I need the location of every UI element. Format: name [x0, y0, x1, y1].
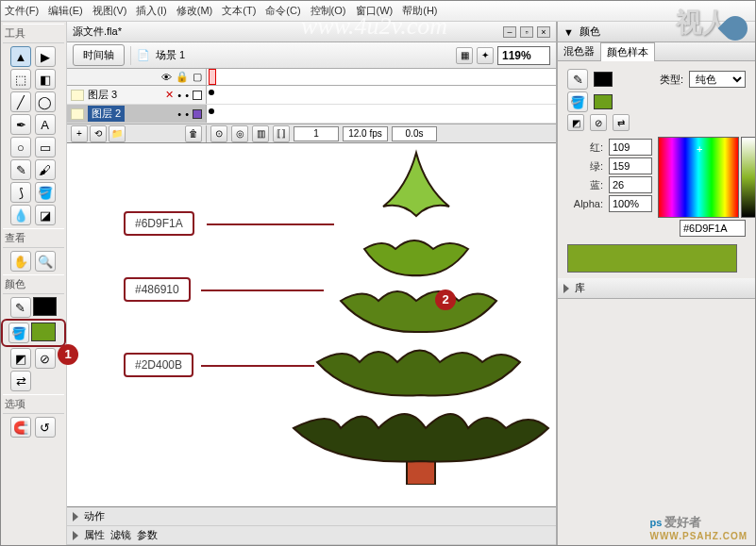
stroke-swatch[interactable]	[33, 297, 57, 316]
fill-type-select[interactable]: 纯色	[689, 71, 746, 88]
no-color-tool[interactable]: ⊘	[35, 348, 56, 369]
menu-text[interactable]: 文本(T)	[222, 4, 256, 18]
smooth-tool[interactable]: ↺	[35, 417, 56, 438]
lock-icon[interactable]: 🔒	[176, 71, 189, 83]
nocolor-icon[interactable]: ⊘	[590, 114, 607, 131]
frame-ruler[interactable]	[207, 69, 556, 85]
scene-label[interactable]: 场景 1	[156, 48, 185, 62]
onion-markers-icon[interactable]: ⟦⟧	[273, 125, 290, 142]
restore-button[interactable]: ▫	[520, 26, 533, 38]
eraser-tool[interactable]: ◪	[35, 205, 56, 225]
color-field[interactable]: +	[658, 137, 739, 218]
bw-swap-tool[interactable]: ◩	[10, 348, 31, 369]
document-tab-bar: 源文件.fla* – ▫ ×	[67, 22, 556, 42]
alpha-input[interactable]	[609, 195, 652, 212]
onion-icon[interactable]: ⊙	[210, 125, 227, 142]
onion-outline-icon[interactable]: ◎	[231, 125, 248, 142]
pencil-tool[interactable]: ✎	[10, 159, 31, 180]
subselect-tool[interactable]: ▶	[35, 46, 56, 67]
filters-tab[interactable]: 滤镜	[110, 528, 131, 542]
oval-tool[interactable]: ○	[10, 137, 31, 157]
menu-control[interactable]: 控制(O)	[311, 4, 346, 18]
layer-3-frames[interactable]	[207, 86, 556, 104]
library-panel-title[interactable]: 库	[558, 278, 755, 299]
footer-watermark: ps 爱好者 WWW.PSAHZ.COM	[649, 509, 748, 541]
new-folder-button[interactable]: 📁	[109, 125, 126, 142]
menu-file[interactable]: 文件(F)	[5, 4, 39, 18]
mixer-tab[interactable]: 混色器	[563, 44, 595, 58]
swatches-tab[interactable]: 颜色样本	[600, 42, 655, 61]
text-tool[interactable]: A	[35, 114, 56, 135]
swap-colors-tool[interactable]: ⇄	[10, 371, 31, 391]
fill-mini-swatch[interactable]	[594, 94, 613, 109]
pen-tool[interactable]: ✒	[10, 114, 31, 135]
params-tab[interactable]: 参数	[137, 528, 158, 542]
preview-swatch	[567, 244, 737, 273]
layer-name[interactable]: 图层 3	[88, 88, 117, 102]
menu-commands[interactable]: 命令(C)	[265, 4, 300, 18]
eyedropper-tool[interactable]: 💧	[10, 205, 31, 225]
layer-row-3[interactable]: 图层 3 ✕ ••	[67, 86, 207, 104]
delete-layer-button[interactable]: 🗑	[185, 125, 202, 142]
stroke-mini-swatch[interactable]	[594, 72, 613, 87]
blue-input[interactable]	[609, 176, 652, 193]
fps-display: 12.0 fps	[343, 126, 388, 141]
elapsed-display: 0.0s	[392, 126, 437, 141]
timeline-toggle-button[interactable]: 时间轴	[73, 44, 125, 66]
outline-icon[interactable]: ▢	[193, 71, 202, 83]
free-transform-tool[interactable]: ⬚	[10, 69, 31, 90]
zoom-input[interactable]	[497, 46, 550, 65]
menu-window[interactable]: 窗口(W)	[356, 4, 394, 18]
ink-tool[interactable]: ⟆	[10, 182, 31, 203]
bw-icon[interactable]: ◩	[567, 114, 584, 131]
layer-name[interactable]: 图层 2	[88, 106, 125, 122]
lasso-tool[interactable]: ◯	[35, 91, 56, 112]
actions-panel-bar[interactable]: 动作	[67, 507, 556, 526]
menu-insert[interactable]: 插入(I)	[136, 4, 166, 18]
tree-artwork[interactable]	[275, 145, 556, 485]
fill-picker-icon[interactable]: 🪣	[8, 323, 29, 343]
layer-row-2[interactable]: 图层 2 ••	[67, 105, 207, 123]
menu-view[interactable]: 视图(V)	[92, 4, 127, 18]
line-tool[interactable]: ╱	[10, 91, 31, 112]
fill-mini-icon[interactable]: 🪣	[567, 91, 588, 112]
menu-help[interactable]: 帮助(H)	[402, 4, 437, 18]
brightness-slider[interactable]	[741, 137, 756, 218]
menu-modify[interactable]: 修改(M)	[176, 4, 213, 18]
gradient-tool[interactable]: ◧	[35, 69, 56, 90]
bucket-tool[interactable]: 🪣	[35, 182, 56, 203]
properties-panel-bar[interactable]: 属性 滤镜 参数	[67, 526, 556, 545]
properties-tab[interactable]: 属性	[84, 528, 105, 542]
stage[interactable]: #6D9F1A #486910 #2D400B 2	[67, 143, 556, 506]
eye-icon[interactable]: 👁	[161, 72, 172, 83]
close-button[interactable]: ×	[537, 26, 550, 38]
playhead[interactable]	[209, 69, 216, 85]
layer-2-frames[interactable]	[207, 105, 556, 123]
document-tab[interactable]: 源文件.fla*	[73, 25, 122, 39]
fill-swatch[interactable]	[31, 323, 56, 341]
workspace-icon[interactable]: ▦	[456, 47, 473, 64]
multi-frame-icon[interactable]: ▥	[252, 125, 269, 142]
green-input[interactable]	[609, 157, 652, 174]
zoom-tool[interactable]: 🔍	[35, 251, 56, 272]
hand-tool[interactable]: ✋	[10, 251, 31, 272]
minimize-button[interactable]: –	[503, 26, 516, 38]
symbol-icon[interactable]: ✦	[477, 47, 494, 64]
new-motion-button[interactable]: ⟲	[90, 125, 107, 142]
menu-edit[interactable]: 编辑(E)	[48, 4, 83, 18]
new-layer-button[interactable]: +	[71, 125, 88, 142]
timeline-panel: 👁 🔒 ▢ 图层 3 ✕ ••	[67, 69, 556, 143]
red-input[interactable]	[609, 139, 652, 156]
rect-tool[interactable]: ▭	[35, 137, 56, 157]
snap-tool[interactable]: 🧲	[10, 417, 31, 438]
brush-tool[interactable]: 🖌	[35, 159, 56, 180]
stroke-picker-icon[interactable]: ✎	[10, 297, 31, 318]
hex-input[interactable]	[680, 220, 746, 237]
swap-icon[interactable]: ⇄	[613, 114, 630, 131]
selection-tool[interactable]: ▲	[10, 46, 31, 67]
layer-icon	[71, 90, 84, 101]
stroke-mini-icon[interactable]: ✎	[567, 69, 588, 90]
scene-icon: 📄	[137, 49, 150, 61]
callout-1: #6D9F1A	[124, 211, 194, 236]
callout-2: #486910	[124, 277, 191, 302]
